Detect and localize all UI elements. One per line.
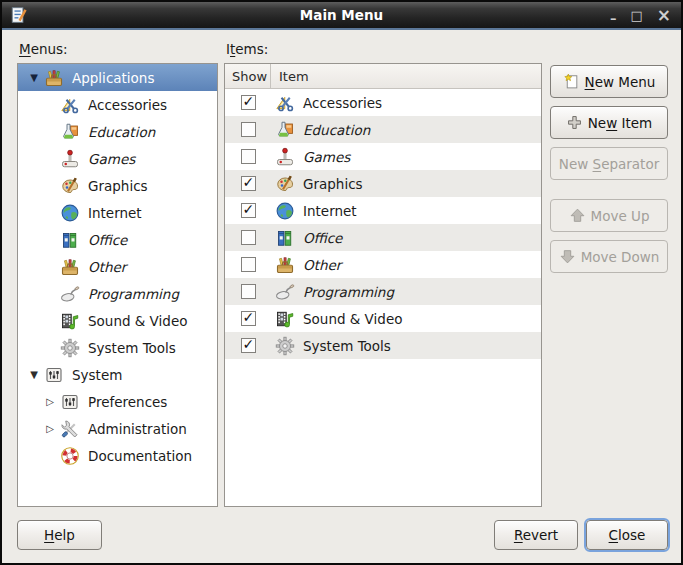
category-icon xyxy=(275,201,295,221)
tree-item-label: Internet xyxy=(88,205,142,221)
close-button[interactable]: Close xyxy=(586,520,668,550)
close-icon[interactable]: × xyxy=(657,7,671,24)
arrow-up-icon xyxy=(569,207,586,224)
tree-item[interactable]: System Tools xyxy=(18,334,217,361)
show-cell xyxy=(225,122,271,137)
tree-item[interactable]: Preferences xyxy=(18,388,217,415)
show-checkbox[interactable] xyxy=(241,311,256,326)
tree-item[interactable]: Programming xyxy=(18,280,217,307)
titlebar[interactable]: Main Menu – □ × xyxy=(2,2,681,30)
tree-item[interactable]: Applications xyxy=(18,64,217,91)
tree-item[interactable]: Sound & Video xyxy=(18,307,217,334)
tree-item[interactable]: Administration xyxy=(18,415,217,442)
show-checkbox[interactable] xyxy=(241,257,256,272)
tree-item[interactable]: Education xyxy=(18,118,217,145)
new-menu-button[interactable]: New Menu xyxy=(550,65,668,98)
show-checkbox[interactable] xyxy=(241,149,256,164)
show-checkbox[interactable] xyxy=(241,95,256,110)
action-buttons: New Menu New Item New Separator Move Up … xyxy=(550,65,668,273)
tree-item-label: Applications xyxy=(72,70,154,86)
item-label: Accessories xyxy=(303,95,382,111)
tree-item-label: Other xyxy=(88,259,126,275)
tree-item[interactable]: Graphics xyxy=(18,172,217,199)
expander-icon[interactable] xyxy=(42,423,58,434)
item-cell: System Tools xyxy=(271,336,391,356)
tree-item-label: System Tools xyxy=(88,340,176,356)
column-header-show[interactable]: Show xyxy=(225,64,271,88)
tree-item[interactable]: System xyxy=(18,361,217,388)
category-icon xyxy=(60,95,80,115)
minimize-icon[interactable]: – xyxy=(610,12,617,25)
tree-item-label: Education xyxy=(88,124,155,140)
tree-item[interactable]: Office xyxy=(18,226,217,253)
help-button[interactable]: Help xyxy=(17,520,102,550)
category-icon xyxy=(60,257,80,277)
show-checkbox[interactable] xyxy=(241,122,256,137)
expander-icon[interactable] xyxy=(42,396,58,407)
show-checkbox[interactable] xyxy=(241,338,256,353)
item-cell: Accessories xyxy=(271,93,382,113)
tree-item-label: Preferences xyxy=(88,394,167,410)
column-header-item[interactable]: Item xyxy=(271,69,309,84)
window-controls: – □ × xyxy=(610,2,671,28)
tree-item[interactable]: Internet xyxy=(18,199,217,226)
tree-item-label: Accessories xyxy=(88,97,167,113)
move-up-button[interactable]: Move Up xyxy=(550,199,668,232)
item-label: Graphics xyxy=(303,176,363,192)
table-row[interactable]: System Tools xyxy=(225,332,541,359)
menus-tree: Applications Accessories Education Games xyxy=(17,63,218,507)
item-label: Other xyxy=(303,257,341,273)
item-label: Internet xyxy=(303,203,357,219)
show-checkbox[interactable] xyxy=(241,284,256,299)
category-icon xyxy=(275,309,295,329)
table-row[interactable]: Internet xyxy=(225,197,541,224)
table-row[interactable]: Education xyxy=(225,116,541,143)
show-checkbox[interactable] xyxy=(241,176,256,191)
new-item-button[interactable]: New Item xyxy=(550,106,668,139)
table-row[interactable]: Other xyxy=(225,251,541,278)
items-label: Items: xyxy=(226,41,268,57)
item-label: Programming xyxy=(303,284,394,300)
table-row[interactable]: Games xyxy=(225,143,541,170)
show-cell xyxy=(225,203,271,218)
table-row[interactable]: Graphics xyxy=(225,170,541,197)
item-label: Games xyxy=(303,149,350,165)
help-label: Help xyxy=(44,527,75,543)
move-down-button[interactable]: Move Down xyxy=(550,240,668,273)
tree-item-label: Administration xyxy=(88,421,187,437)
category-icon xyxy=(60,392,80,412)
tree-item-label: Games xyxy=(88,151,135,167)
show-checkbox[interactable] xyxy=(241,230,256,245)
table-row[interactable]: Accessories xyxy=(225,89,541,116)
category-icon xyxy=(275,255,295,275)
arrow-down-icon xyxy=(559,248,576,265)
tree-item[interactable]: Documentation xyxy=(18,442,217,469)
show-cell xyxy=(225,311,271,326)
tree-item[interactable]: Games xyxy=(18,145,217,172)
new-separator-button[interactable]: New Separator xyxy=(550,147,668,180)
tree-item[interactable]: Other xyxy=(18,253,217,280)
tree-item[interactable]: Accessories xyxy=(18,91,217,118)
new-item-label: New Item xyxy=(588,115,652,131)
move-up-label: Move Up xyxy=(591,208,650,224)
show-checkbox[interactable] xyxy=(241,203,256,218)
expander-icon[interactable] xyxy=(26,369,42,380)
item-cell: Internet xyxy=(271,201,357,221)
revert-button[interactable]: Revert xyxy=(494,520,578,550)
expander-icon[interactable] xyxy=(26,72,42,83)
table-row[interactable]: Programming xyxy=(225,278,541,305)
category-icon xyxy=(275,147,295,167)
item-cell: Other xyxy=(271,255,341,275)
menus-label: Menus: xyxy=(19,41,68,57)
item-label: System Tools xyxy=(303,338,391,354)
new-menu-label: New Menu xyxy=(585,74,656,90)
item-cell: Office xyxy=(271,228,342,248)
table-row[interactable]: Sound & Video xyxy=(225,305,541,332)
show-cell xyxy=(225,338,271,353)
table-row[interactable]: Office xyxy=(225,224,541,251)
category-icon xyxy=(60,149,80,169)
show-cell xyxy=(225,257,271,272)
item-cell: Sound & Video xyxy=(271,309,402,329)
maximize-icon[interactable]: □ xyxy=(630,9,642,22)
item-cell: Games xyxy=(271,147,350,167)
